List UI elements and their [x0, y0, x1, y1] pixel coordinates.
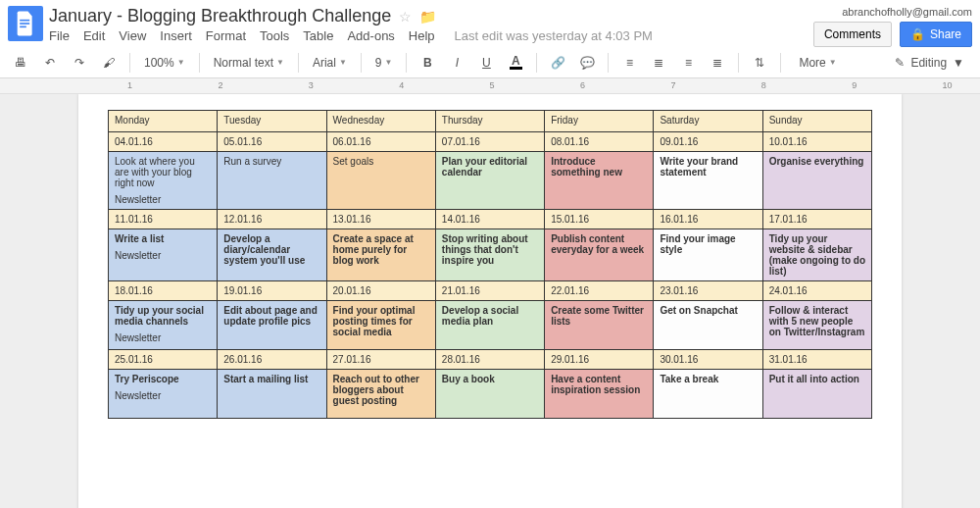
- comment-icon[interactable]: 💬: [574, 51, 600, 75]
- task-cell[interactable]: Develop a diary/calendar system you'll u…: [218, 229, 326, 281]
- date-cell[interactable]: 11.01.16: [109, 210, 218, 229]
- page[interactable]: Monday Tuesday Wednesday Thursday Friday…: [78, 94, 902, 508]
- menu-edit[interactable]: Edit: [83, 28, 105, 43]
- menu-table[interactable]: Table: [303, 28, 333, 43]
- zoom-dropdown[interactable]: 100%▼: [138, 51, 191, 75]
- comments-button[interactable]: Comments: [813, 22, 892, 47]
- date-cell[interactable]: 15.01.16: [545, 210, 654, 229]
- menu-format[interactable]: Format: [206, 28, 246, 43]
- paint-format-icon[interactable]: 🖌: [96, 51, 122, 75]
- docs-logo-icon[interactable]: [8, 6, 43, 41]
- more-dropdown[interactable]: More▼: [793, 51, 842, 75]
- menu-file[interactable]: File: [49, 28, 70, 43]
- task-cell[interactable]: Start a mailing list: [218, 370, 326, 419]
- canvas[interactable]: Monday Tuesday Wednesday Thursday Friday…: [0, 94, 980, 508]
- menu-tools[interactable]: Tools: [260, 28, 289, 43]
- date-cell[interactable]: 17.01.16: [762, 210, 871, 229]
- underline-icon[interactable]: U: [473, 51, 499, 75]
- date-cell[interactable]: 27.01.16: [326, 350, 435, 370]
- date-cell[interactable]: 05.01.16: [218, 132, 326, 152]
- date-cell[interactable]: 10.01.16: [762, 132, 871, 152]
- task-cell[interactable]: Follow & interact with 5 new people on T…: [762, 301, 871, 350]
- task-cell[interactable]: Have a content inspiration session: [545, 370, 654, 419]
- task-cell[interactable]: Find your optimal posting times for soci…: [326, 301, 435, 350]
- date-cell[interactable]: 14.01.16: [435, 210, 544, 229]
- date-cell[interactable]: 20.01.16: [326, 281, 435, 301]
- date-cell[interactable]: 23.01.16: [654, 281, 762, 301]
- task-cell[interactable]: Try PeriscopeNewsletter: [109, 370, 218, 419]
- ruler[interactable]: 1 2 3 4 5 6 7 8 9 10: [0, 78, 980, 94]
- task-cell[interactable]: Develop a social media plan: [435, 301, 544, 350]
- undo-icon[interactable]: ↶: [37, 51, 63, 75]
- task-cell[interactable]: Run a survey: [218, 152, 326, 210]
- align-right-icon[interactable]: ≡: [675, 51, 701, 75]
- date-cell[interactable]: 07.01.16: [435, 132, 544, 152]
- date-cell[interactable]: 22.01.16: [545, 281, 654, 301]
- star-icon[interactable]: ☆: [399, 9, 412, 25]
- task-cell[interactable]: Look at where you are with your blog rig…: [109, 152, 218, 210]
- task-cell[interactable]: Put it all into action: [762, 370, 871, 419]
- menu-insert[interactable]: Insert: [160, 28, 192, 43]
- line-spacing-icon[interactable]: ⇅: [747, 51, 772, 75]
- task-cell[interactable]: Buy a book: [435, 370, 544, 419]
- folder-icon[interactable]: 📁: [419, 9, 436, 25]
- task-cell[interactable]: Write your brand statement: [654, 152, 762, 210]
- date-cell[interactable]: 26.01.16: [218, 350, 326, 370]
- task-cell[interactable]: Take a break: [654, 370, 762, 419]
- menu-help[interactable]: Help: [409, 28, 435, 43]
- align-center-icon[interactable]: ≣: [646, 51, 671, 75]
- print-icon[interactable]: 🖶: [8, 51, 33, 75]
- task-cell[interactable]: Publish content everyday for a week: [545, 229, 654, 281]
- date-cell[interactable]: 29.01.16: [545, 350, 654, 370]
- date-cell[interactable]: 31.01.16: [762, 350, 871, 370]
- date-cell[interactable]: 13.01.16: [326, 210, 435, 229]
- align-justify-icon[interactable]: ≣: [705, 51, 730, 75]
- task-cell[interactable]: Create a space at home purely for blog w…: [326, 229, 435, 281]
- task-cell[interactable]: Find your image style: [654, 229, 762, 281]
- editing-mode[interactable]: ✎ Editing ▼: [887, 56, 972, 70]
- date-cell[interactable]: 04.01.16: [109, 132, 218, 152]
- font-dropdown[interactable]: Arial▼: [307, 51, 353, 75]
- text-color-icon[interactable]: A: [503, 51, 528, 75]
- date-cell[interactable]: 28.01.16: [435, 350, 544, 370]
- redo-icon[interactable]: ↷: [67, 51, 92, 75]
- date-cell[interactable]: 16.01.16: [654, 210, 762, 229]
- task-cell[interactable]: Get on Snapchat: [654, 301, 762, 350]
- task-cell[interactable]: Organise everything: [762, 152, 871, 210]
- task-cell[interactable]: Create some Twitter lists: [545, 301, 654, 350]
- align-left-icon[interactable]: ≡: [616, 51, 642, 75]
- date-cell[interactable]: 08.01.16: [545, 132, 654, 152]
- last-edit-text[interactable]: Last edit was yesterday at 4:03 PM: [455, 28, 653, 43]
- more-label: More: [799, 56, 825, 70]
- task-cell[interactable]: Reach out to other bloggers about guest …: [326, 370, 435, 419]
- calendar-table[interactable]: Monday Tuesday Wednesday Thursday Friday…: [108, 110, 872, 419]
- date-cell[interactable]: 24.01.16: [762, 281, 871, 301]
- style-value: Normal text: [214, 56, 273, 70]
- task-cell[interactable]: Plan your editorial calendar: [435, 152, 544, 210]
- date-cell[interactable]: 09.01.16: [654, 132, 762, 152]
- fontsize-dropdown[interactable]: 9▼: [369, 51, 399, 75]
- bold-icon[interactable]: B: [415, 51, 440, 75]
- date-cell[interactable]: 21.01.16: [435, 281, 544, 301]
- task-cell[interactable]: Tidy up your website & sidebar (make ong…: [762, 229, 871, 281]
- document-title[interactable]: January - Blogging Breakthrough Challeng…: [49, 6, 391, 26]
- task-cell[interactable]: Edit about page and update profile pics: [218, 301, 326, 350]
- date-cell[interactable]: 30.01.16: [654, 350, 762, 370]
- menu-addons[interactable]: Add-ons: [347, 28, 394, 43]
- task-cell[interactable]: Tidy up your social media channelsNewsle…: [109, 301, 218, 350]
- account-email[interactable]: abranchofholly@gmail.com: [842, 6, 972, 18]
- share-button[interactable]: 🔒 Share: [900, 22, 972, 47]
- task-cell[interactable]: Write a listNewsletter: [109, 229, 218, 281]
- task-cell[interactable]: Introduce something new: [545, 152, 654, 210]
- date-cell[interactable]: 18.01.16: [109, 281, 218, 301]
- date-cell[interactable]: 25.01.16: [109, 350, 218, 370]
- menu-view[interactable]: View: [119, 28, 146, 43]
- link-icon[interactable]: 🔗: [545, 51, 570, 75]
- task-cell[interactable]: Set goals: [326, 152, 435, 210]
- style-dropdown[interactable]: Normal text▼: [208, 51, 290, 75]
- task-cell[interactable]: Stop writing about things that don't ins…: [435, 229, 544, 281]
- italic-icon[interactable]: I: [444, 51, 469, 75]
- date-cell[interactable]: 12.01.16: [218, 210, 326, 229]
- date-cell[interactable]: 06.01.16: [326, 132, 435, 152]
- date-cell[interactable]: 19.01.16: [218, 281, 326, 301]
